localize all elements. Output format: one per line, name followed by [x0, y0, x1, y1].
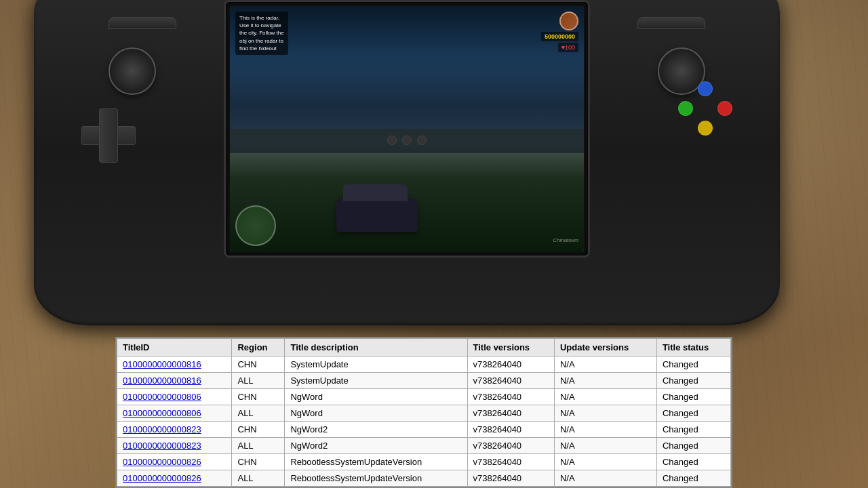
- cell-update-version: N/A: [554, 373, 656, 389]
- game-hud-topright: 500000000 ♥100: [541, 12, 578, 52]
- cell-titleid[interactable]: 0100000000000816: [117, 373, 232, 389]
- cell-description: NgWord2: [285, 422, 467, 438]
- cell-region: CHN: [232, 454, 285, 470]
- hud-text-line2: Use it to navigate: [239, 22, 281, 28]
- cell-description: RebootlessSystemUpdateVersion: [285, 470, 467, 487]
- cell-region: CHN: [232, 422, 285, 438]
- table-row: 0100000000000806ALLNgWordv738264040N/ACh…: [117, 405, 731, 422]
- hud-text-line3: the city. Follow the: [239, 30, 284, 36]
- cell-status: Changed: [656, 422, 730, 438]
- left-analog-stick[interactable]: [108, 47, 156, 95]
- hud-text-line4: obj on the radar to: [239, 38, 283, 44]
- table-row: 0100000000000823ALLNgWord2v738264040N/AC…: [117, 438, 731, 454]
- center-buttons: [387, 136, 427, 145]
- data-table-container: TitleID Region Title description Title v…: [115, 337, 732, 488]
- cell-description: RebootlessSystemUpdateVersion: [285, 454, 467, 470]
- screen-content: This is the radar. Use it to navigate th…: [230, 6, 584, 251]
- button-y[interactable]: [678, 101, 693, 116]
- col-header-titleid: TitleID: [117, 339, 232, 357]
- shoulder-button-left[interactable]: [108, 17, 176, 29]
- table-row: 0100000000000816ALLSystemUpdatev73826404…: [117, 373, 731, 389]
- shoulder-button-right[interactable]: [637, 17, 705, 29]
- cell-update-version: N/A: [554, 438, 656, 454]
- col-header-title-versions: Title versions: [467, 339, 554, 357]
- cell-description: SystemUpdate: [285, 357, 467, 373]
- cell-titleid[interactable]: 0100000000000806: [117, 389, 232, 405]
- table-row: 0100000000000826CHNRebootlessSystemUpdat…: [117, 454, 731, 470]
- cell-title-version: v738264040: [467, 438, 554, 454]
- table-row: 0100000000000806CHNNgWordv738264040N/ACh…: [117, 389, 731, 405]
- game-location-text: Chinatown: [553, 237, 578, 243]
- d-pad[interactable]: [81, 108, 136, 163]
- game-hud-topleft: This is the radar. Use it to navigate th…: [235, 12, 288, 55]
- table-row: 0100000000000826ALLRebootlessSystemUpdat…: [117, 470, 731, 487]
- game-health: ♥100: [558, 43, 578, 52]
- table-row: 0100000000000816CHNSystemUpdatev73826404…: [117, 357, 731, 373]
- cell-update-version: N/A: [554, 389, 656, 405]
- cell-region: ALL: [232, 373, 285, 389]
- cell-titleid[interactable]: 0100000000000826: [117, 454, 232, 470]
- cell-region: ALL: [232, 470, 285, 487]
- cell-status: Changed: [656, 389, 730, 405]
- cell-status: Changed: [656, 438, 730, 454]
- home-button[interactable]: [402, 136, 412, 145]
- table-header-row: TitleID Region Title description Title v…: [117, 339, 731, 357]
- table-row: 0100000000000823CHNNgWord2v738264040N/AC…: [117, 422, 731, 438]
- cell-title-version: v738264040: [467, 389, 554, 405]
- game-minimap: [235, 205, 276, 246]
- cell-update-version: N/A: [554, 357, 656, 373]
- cell-titleid[interactable]: 0100000000000806: [117, 405, 232, 422]
- data-table: TitleID Region Title description Title v…: [117, 338, 731, 487]
- cell-title-version: v738264040: [467, 470, 554, 487]
- button-x[interactable]: [698, 81, 713, 96]
- cell-update-version: N/A: [554, 422, 656, 438]
- col-header-region: Region: [232, 339, 285, 357]
- cell-title-version: v738264040: [467, 373, 554, 389]
- cell-update-version: N/A: [554, 470, 656, 487]
- cell-titleid[interactable]: 0100000000000826: [117, 470, 232, 487]
- minus-button[interactable]: [387, 136, 397, 145]
- cell-title-version: v738264040: [467, 454, 554, 470]
- button-b[interactable]: [698, 121, 713, 136]
- right-controls: [610, 27, 760, 244]
- face-buttons: [678, 81, 732, 136]
- gamepad: This is the radar. Use it to navigate th…: [34, 0, 780, 352]
- cell-status: Changed: [656, 470, 730, 487]
- cell-update-version: N/A: [554, 454, 656, 470]
- cell-status: Changed: [656, 357, 730, 373]
- cell-description: NgWord: [285, 405, 467, 422]
- col-header-status: Title status: [656, 339, 730, 357]
- cell-title-version: v738264040: [467, 405, 554, 422]
- cell-titleid[interactable]: 0100000000000823: [117, 422, 232, 438]
- cell-status: Changed: [656, 454, 730, 470]
- hud-text-line1: This is the radar.: [239, 15, 279, 21]
- left-controls: [54, 27, 203, 244]
- cell-title-version: v738264040: [467, 357, 554, 373]
- col-header-update-versions: Update versions: [554, 339, 656, 357]
- cell-title-version: v738264040: [467, 422, 554, 438]
- cell-description: NgWord: [285, 389, 467, 405]
- cell-description: NgWord2: [285, 438, 467, 454]
- screen-bezel: This is the radar. Use it to navigate th…: [224, 0, 590, 258]
- button-a[interactable]: [717, 101, 732, 116]
- cell-description: SystemUpdate: [285, 373, 467, 389]
- dpad-vertical: [99, 108, 118, 163]
- col-header-description: Title description: [285, 339, 467, 357]
- cell-region: CHN: [232, 357, 285, 373]
- cell-titleid[interactable]: 0100000000000816: [117, 357, 232, 373]
- game-car: [336, 198, 418, 232]
- cell-update-version: N/A: [554, 405, 656, 422]
- cell-region: ALL: [232, 405, 285, 422]
- cell-status: Changed: [656, 405, 730, 422]
- game-score: 500000000: [541, 32, 578, 41]
- cell-region: ALL: [232, 438, 285, 454]
- cell-region: CHN: [232, 389, 285, 405]
- hud-text-line5: find the hideout: [239, 45, 277, 52]
- cell-titleid[interactable]: 0100000000000823: [117, 438, 232, 454]
- gamepad-body: This is the radar. Use it to navigate th…: [34, 0, 780, 325]
- cell-status: Changed: [656, 373, 730, 389]
- character-icon: [559, 12, 578, 30]
- plus-button[interactable]: [417, 136, 427, 145]
